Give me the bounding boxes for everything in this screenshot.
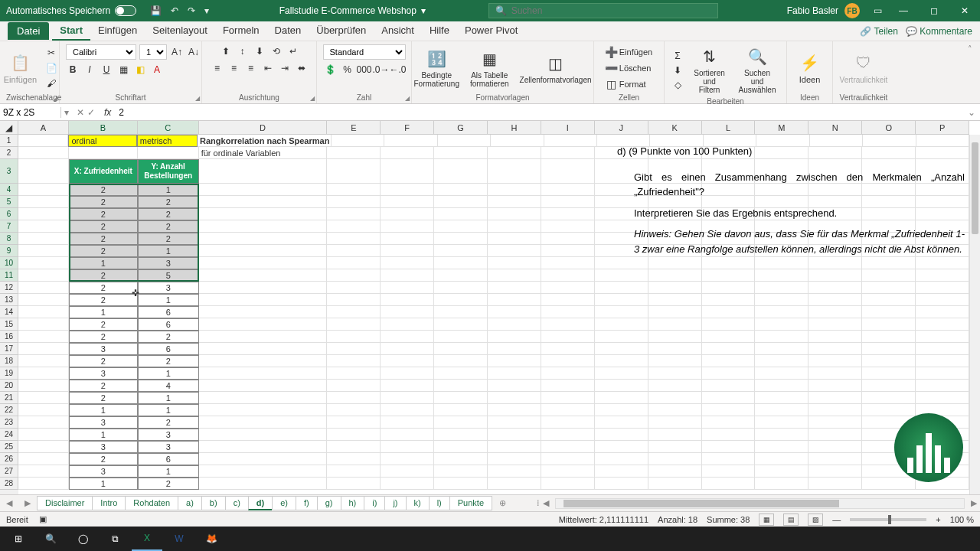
sheet-nav-next[interactable]: ▶ [18,498,37,508]
row-header-1[interactable]: 1 [0,135,18,147]
cell-C12[interactable]: 3 [138,282,199,294]
merge-button[interactable]: ⬌ [295,61,309,75]
row-header-26[interactable]: 26 [0,453,18,465]
cell-B19[interactable]: 3 [69,367,138,380]
row-header-13[interactable]: 13 [0,294,18,306]
row-header-7[interactable]: 7 [0,220,18,233]
col-header-C[interactable]: C [138,121,199,135]
align-bottom-icon[interactable]: ⬇ [253,44,266,58]
row-header-18[interactable]: 18 [0,355,18,367]
cancel-formula-icon[interactable]: ✕ [77,107,84,118]
format-cells-button[interactable]: ◫Format [603,77,649,92]
underline-button[interactable]: U [100,63,113,77]
cell-B11[interactable]: 2 [69,269,138,282]
align-right-icon[interactable]: ≡ [244,61,258,75]
row-header-19[interactable]: 19 [0,367,18,380]
copy-icon[interactable]: 📄 [44,61,58,75]
sort-filter-button[interactable]: ⇅Sortieren und Filtern [689,44,730,96]
cell-C8[interactable]: 2 [138,233,199,245]
formula-input[interactable] [116,107,963,118]
percent-icon[interactable]: % [341,63,354,77]
row-header-8[interactable]: 8 [0,233,18,245]
row-header-4[interactable]: 4 [0,184,18,196]
delete-cells-button[interactable]: ➖Löschen [603,60,655,76]
row-header-6[interactable]: 6 [0,208,18,220]
cell-styles-button[interactable]: ◫Zellenformatvorlagen [517,51,595,86]
sheet-tab-k[interactable]: k) [406,496,430,510]
row-header-10[interactable]: 10 [0,257,18,269]
decrease-font-icon[interactable]: A↓ [187,45,201,59]
cell-B14[interactable]: 1 [69,306,138,318]
cell-C21[interactable]: 1 [138,392,199,404]
expand-formula-icon[interactable]: ⌄ [963,107,980,118]
indent-inc-icon[interactable]: ⇥ [278,61,292,75]
paste-button[interactable]: 📋 Einfügen [1,51,40,86]
cell-B9[interactable]: 2 [69,245,138,257]
cell-B15[interactable]: 2 [69,318,138,331]
cell-C25[interactable]: 3 [138,441,199,453]
cell-C28[interactable]: 2 [138,478,199,490]
row-headers[interactable]: 1234567891011121314151617181920212223242… [0,135,18,494]
tab-seitenlayout[interactable]: Seitenlayout [145,21,215,41]
ideas-button[interactable]: ⚡Ideen [796,51,824,86]
cell-B4[interactable]: 2 [69,184,138,196]
format-painter-icon[interactable]: 🖌 [44,77,58,90]
find-select-button[interactable]: 🔍Suchen und Auswählen [734,44,780,96]
tab-formeln[interactable]: Formeln [215,21,267,41]
col-header-K[interactable]: K [648,121,702,135]
format-as-table-button[interactable]: ▦Als Tabelle formatieren [467,47,512,90]
col-header-N[interactable]: N [808,121,862,135]
cell-B24[interactable]: 1 [69,429,138,441]
autosave-toggle[interactable]: Automatisches Speichern [0,5,142,16]
undo-icon[interactable]: ↶ [171,5,178,16]
increase-font-icon[interactable]: A↑ [170,45,184,59]
view-normal-icon[interactable]: ▦ [759,514,774,526]
cell-C16[interactable]: 2 [138,331,199,343]
search-input[interactable] [511,5,711,16]
cell-C26[interactable]: 6 [138,453,199,465]
cell-C10[interactable]: 3 [138,257,199,269]
conditional-format-button[interactable]: 🔢Bedingte Formatierung [411,47,462,90]
tab-hilfe[interactable]: Hilfe [422,21,457,41]
row-header-22[interactable]: 22 [0,404,18,416]
cell-C18[interactable]: 2 [138,355,199,367]
comma-icon[interactable]: 000 [358,63,371,77]
cell-C14[interactable]: 6 [138,306,199,318]
cell-B22[interactable]: 1 [69,404,138,416]
cell-B5[interactable]: 2 [69,196,138,208]
cell-B20[interactable]: 2 [69,380,138,392]
align-top-icon[interactable]: ⬆ [219,44,233,58]
name-box-input[interactable] [3,107,57,118]
row-header-27[interactable]: 27 [0,465,18,478]
taskbar-taskview-icon[interactable]: ⧉ [100,527,130,551]
orientation-icon[interactable]: ⟲ [270,44,283,58]
cell-C22[interactable]: 1 [138,404,199,416]
minimize-button[interactable]: — [888,0,919,21]
select-all-corner[interactable]: ◢ [0,121,18,135]
zoom-out-button[interactable]: — [832,515,841,524]
cell-B17[interactable]: 3 [69,343,138,355]
row-header-9[interactable]: 9 [0,245,18,257]
row-header-21[interactable]: 21 [0,392,18,404]
autosum-icon[interactable]: Σ [671,49,684,63]
sheet-tab-h[interactable]: h) [341,496,365,510]
cut-icon[interactable]: ✂ [44,46,58,60]
zoom-in-button[interactable]: + [936,515,940,524]
cell-B23[interactable]: 3 [69,416,138,429]
sheet-tab-d[interactable]: d) [248,496,273,510]
row-header-20[interactable]: 20 [0,380,18,392]
col-header-H[interactable]: H [488,121,541,135]
spreadsheet-grid[interactable]: ◢ ABCDEFGHIJKLMNOP 123456789101112131415… [0,121,980,494]
cell-B28[interactable]: 1 [69,478,138,490]
cell-C27[interactable]: 1 [138,465,199,478]
maximize-button[interactable]: ◻ [919,0,949,21]
cell-B21[interactable]: 2 [69,392,138,404]
cell-C23[interactable]: 2 [138,416,199,429]
col-header-P[interactable]: P [916,121,969,135]
row-header-25[interactable]: 25 [0,441,18,453]
save-icon[interactable]: 💾 [150,5,162,16]
increase-decimal-icon[interactable]: .0→ [374,63,388,77]
decrease-decimal-icon[interactable]: ←.0 [391,63,405,77]
cell-B16[interactable]: 2 [69,331,138,343]
clear-icon[interactable]: ◇ [671,78,684,92]
